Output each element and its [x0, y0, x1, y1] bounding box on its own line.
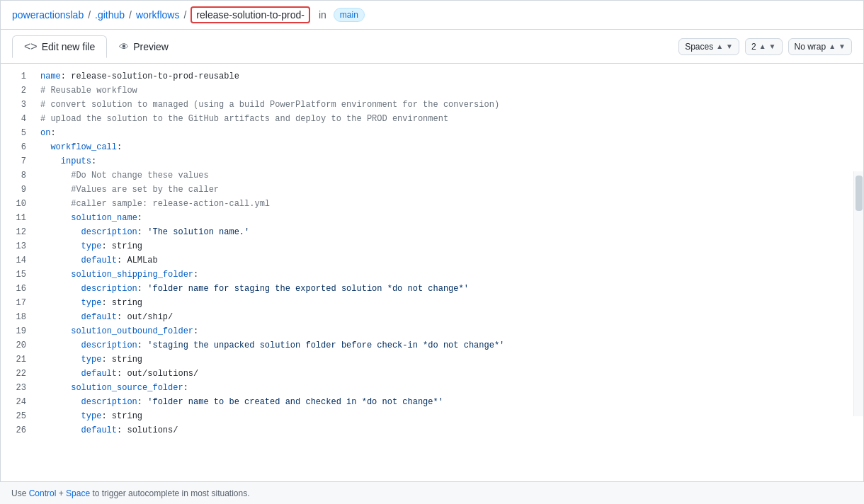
- wrap-up-arrow: ▲: [829, 42, 836, 50]
- line-number: 23: [1, 381, 35, 395]
- toolbar-controls: Spaces ▲ ▼ 2 ▲ ▼ No wrap ▲ ▼: [678, 38, 852, 55]
- tab-edit[interactable]: <> Edit new file: [12, 35, 107, 58]
- indent-up-arrow: ▲: [759, 42, 766, 50]
- line-number: 11: [1, 211, 35, 225]
- space-key: Space: [66, 488, 90, 498]
- breadcrumb-in: in: [319, 9, 326, 21]
- line-number: 14: [1, 253, 35, 268]
- code-line: #Values are set by the caller: [40, 183, 863, 197]
- line-number: 27: [1, 437, 35, 439]
- code-line: description: 'The solution name.': [40, 225, 863, 239]
- code-line: inputs:: [40, 154, 863, 168]
- line-number: 13: [1, 239, 35, 253]
- wrap-label: No wrap: [795, 42, 826, 52]
- code-line: # convert solution to managed (using a b…: [40, 98, 863, 112]
- line-number: 10: [1, 197, 35, 211]
- editor-toolbar: <> Edit new file 👁 Preview Spaces ▲ ▼ 2 …: [1, 30, 863, 64]
- indent-value: 2: [751, 42, 756, 52]
- line-number: 18: [1, 310, 35, 324]
- line-number: 7: [1, 154, 35, 168]
- code-line: description: 'staging the unpacked solut…: [40, 338, 863, 353]
- code-line: type: string: [40, 239, 863, 253]
- line-number: 22: [1, 367, 35, 381]
- status-bar: Use Control + Space to trigger autocompl…: [0, 481, 864, 504]
- code-line: default: out/solutions/: [40, 367, 863, 381]
- code-line: default: solutions/: [40, 423, 863, 437]
- code-line: solution_release_folder:: [40, 437, 863, 439]
- breadcrumb-sep2: /: [129, 9, 132, 21]
- code-editor[interactable]: 1234567891011121314151617181920212223242…: [1, 64, 863, 439]
- line-number: 12: [1, 225, 35, 239]
- code-line: solution_outbound_folder:: [40, 324, 863, 338]
- line-numbers: 1234567891011121314151617181920212223242…: [1, 64, 35, 439]
- line-number: 25: [1, 409, 35, 423]
- breadcrumb-repo[interactable]: .github: [95, 9, 125, 21]
- wrap-select[interactable]: No wrap ▲ ▼: [788, 38, 853, 55]
- line-number: 19: [1, 324, 35, 338]
- line-number: 5: [1, 126, 35, 140]
- scrollbar[interactable]: [853, 171, 863, 416]
- line-number: 8: [1, 168, 35, 183]
- tab-preview-label: Preview: [133, 41, 169, 52]
- editor-window: poweractionslab / .github / workflows / …: [0, 0, 864, 504]
- scrollbar-thumb[interactable]: [856, 176, 863, 211]
- code-content[interactable]: name: release-solution-to-prod-reusable#…: [35, 64, 863, 439]
- line-number: 26: [1, 423, 35, 437]
- spaces-down-arrow: ▼: [726, 42, 733, 50]
- line-number: 16: [1, 282, 35, 296]
- line-number: 6: [1, 140, 35, 154]
- code-line: #Do Not change these values: [40, 168, 863, 183]
- eye-icon: 👁: [119, 41, 129, 52]
- code-icon: <>: [24, 40, 38, 53]
- code-line: solution_source_folder:: [40, 381, 863, 395]
- breadcrumb-sep3: /: [183, 9, 186, 21]
- line-number: 20: [1, 338, 35, 353]
- code-line: on:: [40, 126, 863, 140]
- line-number: 15: [1, 268, 35, 282]
- code-line: type: string: [40, 409, 863, 423]
- control-key: Control: [29, 488, 57, 498]
- breadcrumb-sep1: /: [88, 9, 91, 21]
- line-number: 21: [1, 353, 35, 367]
- line-number: 17: [1, 296, 35, 310]
- spaces-up-arrow: ▲: [716, 42, 723, 50]
- line-number: 3: [1, 98, 35, 112]
- code-line: solution_name:: [40, 211, 863, 225]
- code-line: # Reusable workflow: [40, 84, 863, 98]
- code-line: type: string: [40, 353, 863, 367]
- spaces-label: Spaces: [685, 42, 713, 52]
- code-line: workflow_call:: [40, 140, 863, 154]
- indent-down-arrow: ▼: [769, 42, 776, 50]
- status-text: Use Control + Space to trigger autocompl…: [11, 488, 250, 498]
- code-line: description: 'folder name to be created …: [40, 395, 863, 409]
- wrap-down-arrow: ▼: [839, 42, 846, 50]
- code-line: type: string: [40, 296, 863, 310]
- code-line: # upload the solution to the GitHub arti…: [40, 112, 863, 126]
- code-line: #caller sample: release-action-call.yml: [40, 197, 863, 211]
- breadcrumb-filename: release-solution-to-prod-: [191, 6, 310, 23]
- branch-badge[interactable]: main: [334, 8, 365, 22]
- line-number: 4: [1, 112, 35, 126]
- code-line: name: release-solution-to-prod-reusable: [40, 69, 863, 84]
- code-line: default: ALMLab: [40, 253, 863, 268]
- code-line: solution_shipping_folder:: [40, 268, 863, 282]
- line-number: 9: [1, 183, 35, 197]
- code-line: default: out/ship/: [40, 310, 863, 324]
- indent-select[interactable]: 2 ▲ ▼: [745, 38, 783, 55]
- line-number: 1: [1, 69, 35, 84]
- spaces-select[interactable]: Spaces ▲ ▼: [678, 38, 739, 55]
- breadcrumb: poweractionslab / .github / workflows / …: [1, 1, 863, 30]
- line-number: 24: [1, 395, 35, 409]
- code-line: description: 'folder name for staging th…: [40, 282, 863, 296]
- breadcrumb-folder[interactable]: workflows: [136, 9, 179, 21]
- tab-preview[interactable]: 👁 Preview: [107, 36, 181, 57]
- line-number: 2: [1, 84, 35, 98]
- tab-edit-label: Edit new file: [42, 41, 95, 52]
- breadcrumb-org[interactable]: poweractionslab: [12, 9, 84, 21]
